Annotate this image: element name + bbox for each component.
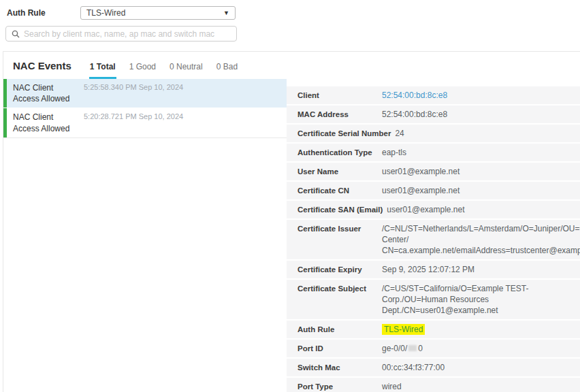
nac-events-body: NAC Client Access Allowed5:25:58.340 PM … [3,79,580,392]
search-box[interactable] [5,26,237,42]
detail-value: wired [382,381,573,392]
detail-row-certificate-subject: Certificate Subject/C=US/ST=California/O… [287,280,580,319]
auth-rule-dropdown[interactable]: TLS-Wired ▼ [80,6,236,20]
detail-value: ge-0/0/0 [382,343,573,354]
detail-value: 00:cc:34:f3:77:00 [382,362,573,373]
detail-value: 52:54:00:bd:8c:e8 [382,109,573,120]
detail-row-certificate-expiry: Certificate ExpirySep 9, 2025 12:07:12 P… [287,261,580,278]
detail-label: Certificate Issuer [297,223,382,256]
detail-label: Client [297,90,382,101]
event-list: NAC Client Access Allowed5:25:58.340 PM … [3,79,287,392]
nac-events-header: NAC Events 1 Total1 Good0 Neutral0 Bad [3,52,580,79]
event-timestamp: 5:20:28.721 PM Sep 10, 2024 [84,112,183,120]
detail-row-port-id: Port IDge-0/0/0 [287,340,580,357]
detail-value: Sep 9, 2025 12:07:12 PM [382,264,573,275]
event-timestamp: 5:25:58.340 PM Sep 10, 2024 [84,82,183,91]
detail-label: Certificate Serial Number [297,128,395,139]
auth-rule-dropdown-value: TLS-Wired [86,8,125,18]
detail-value: eap-tls [382,147,573,158]
detail-value: TLS-Wired [382,324,573,335]
detail-row-port-type: Port Typewired [287,378,580,392]
detail-value: user01@example.net [382,185,573,196]
detail-row-auth-rule: Auth RuleTLS-Wired [287,321,580,338]
detail-row-certificate-san-email: Certificate SAN (Email)user01@example.ne… [287,201,580,218]
detail-value: /C=NL/ST=Netherlands/L=Amsterdam/O=Junip… [382,223,580,256]
chevron-down-icon: ▼ [223,10,229,16]
event-status-bar [3,108,7,137]
filter-bar: Auth Rule TLS-Wired ▼ [0,0,580,20]
detail-label: Port Type [297,381,382,392]
nac-events-panel: NAC Events 1 Total1 Good0 Neutral0 Bad N… [3,51,580,392]
detail-row-certificate-serial-number: Certificate Serial Number24 [287,125,580,142]
tab-0-bad[interactable]: 0 Bad [216,62,238,79]
client-mac-link[interactable]: 52:54:00:bd:8c:e8 [382,91,447,100]
detail-row-user-name: User Nameuser01@example.net [287,163,580,180]
detail-value: 52:54:00:bd:8c:e8 [382,90,573,101]
event-list-item[interactable]: NAC Client Access Allowed5:20:28.721 PM … [3,108,287,137]
event-title: NAC Client Access Allowed [13,82,81,104]
tab-1-total[interactable]: 1 Total [89,62,116,79]
detail-label: User Name [297,166,382,177]
detail-value: user01@example.net [382,166,573,177]
event-details-panel: Client52:54:00:bd:8c:e8MAC Address52:54:… [287,79,580,392]
event-filter-tabs: 1 Total1 Good0 Neutral0 Bad [89,52,238,79]
detail-label: Switch Mac [297,362,382,373]
detail-value: 24 [395,128,573,139]
detail-row-certificate-cn: Certificate CNuser01@example.net [287,182,580,199]
detail-row-client: Client52:54:00:bd:8c:e8 [287,86,580,104]
event-list-item[interactable]: NAC Client Access Allowed5:25:58.340 PM … [3,79,287,108]
detail-row-authentication-type: Authentication Typeeap-tls [287,144,580,161]
detail-label: Port ID [297,343,382,354]
detail-label: Authentication Type [297,147,382,158]
page-title: NAC Events [13,60,71,71]
event-status-bar [3,79,7,108]
detail-row-switch-mac: Switch Mac00:cc:34:f3:77:00 [287,359,580,376]
detail-label: Certificate CN [297,185,382,196]
auth-rule-filter-label: Auth Rule [7,8,80,18]
detail-value: /C=US/ST=California/O=Example TEST-Corp.… [382,283,573,316]
detail-label: Certificate SAN (Email) [297,204,387,215]
detail-label: Certificate Subject [297,283,382,316]
detail-row-mac-address: MAC Address52:54:00:bd:8c:e8 [287,105,580,123]
tab-0-neutral[interactable]: 0 Neutral [169,62,204,79]
tab-1-good[interactable]: 1 Good [129,62,157,79]
search-input[interactable] [24,29,231,39]
search-icon [12,30,20,38]
search-row [0,20,580,42]
detail-value: user01@example.net [387,204,573,215]
detail-row-certificate-issuer: Certificate Issuer/C=NL/ST=Netherlands/L… [287,220,580,259]
detail-label: MAC Address [297,109,382,120]
detail-label: Certificate Expiry [297,264,382,275]
detail-label: Auth Rule [297,324,382,335]
auth-rule-highlighted-value: TLS-Wired [382,324,425,335]
event-title: NAC Client Access Allowed [13,112,81,133]
redacted-text-blur [408,345,417,351]
